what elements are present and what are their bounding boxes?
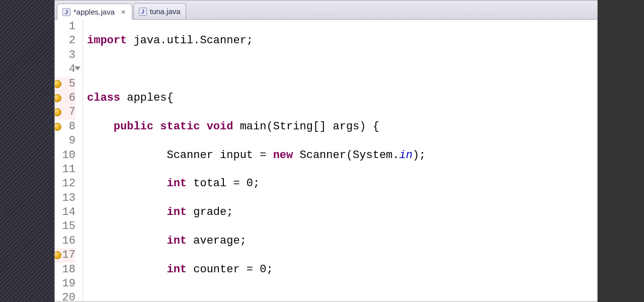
line-number[interactable]: 14 xyxy=(55,205,75,219)
tab-bar: J *apples.java ✕ J tuna.java xyxy=(55,1,597,20)
code-line[interactable]: Scanner input = new Scanner(System.in); xyxy=(87,148,597,163)
code-line[interactable]: class apples{ xyxy=(87,91,597,105)
code-line[interactable]: int grade; xyxy=(87,205,597,219)
java-file-icon: J xyxy=(62,8,70,16)
line-number[interactable]: 3 xyxy=(55,48,75,62)
line-number[interactable]: 1 xyxy=(55,20,75,34)
left-panel-strip xyxy=(0,0,54,302)
line-number[interactable]: 8 xyxy=(55,120,75,134)
line-number[interactable]: 11 xyxy=(55,163,75,177)
line-number-gutter[interactable]: 1 2 3 4 5 6 7 8 9 10 11 12 13 14 15 16 1… xyxy=(55,20,83,301)
line-number[interactable]: 10 xyxy=(55,148,75,163)
code-line[interactable]: int counter = 0; xyxy=(87,263,597,277)
line-number[interactable]: 13 xyxy=(55,191,75,205)
line-number[interactable]: 18 xyxy=(55,263,75,277)
line-number[interactable]: 9 xyxy=(55,134,75,148)
tab-label: *apples.java xyxy=(73,8,115,16)
line-number[interactable]: 12 xyxy=(55,177,75,191)
tab-tuna-java[interactable]: J tuna.java xyxy=(133,3,186,19)
line-number[interactable]: 7 xyxy=(55,105,75,119)
line-number[interactable]: 19 xyxy=(55,277,75,291)
line-number[interactable]: 2 xyxy=(55,34,75,48)
line-number[interactable]: 15 xyxy=(55,219,75,234)
tab-apples-java[interactable]: J *apples.java ✕ xyxy=(57,4,132,20)
java-file-icon: J xyxy=(139,8,147,16)
code-content[interactable]: import java.util.Scanner; class apples{ … xyxy=(83,20,597,301)
code-line[interactable] xyxy=(87,291,597,301)
line-number[interactable]: 4 xyxy=(55,62,75,77)
code-line[interactable]: int average; xyxy=(87,234,597,248)
code-line[interactable]: import java.util.Scanner; xyxy=(87,34,597,48)
code-line[interactable]: int total = 0; xyxy=(87,177,597,191)
line-number[interactable]: 16 xyxy=(55,234,75,248)
editor-window: J *apples.java ✕ J tuna.java 1 2 3 4 5 6… xyxy=(54,0,598,302)
editor-area[interactable]: 1 2 3 4 5 6 7 8 9 10 11 12 13 14 15 16 1… xyxy=(55,20,597,301)
code-line[interactable]: public static void main(String[] args) { xyxy=(87,120,597,134)
line-number[interactable]: 17 xyxy=(55,248,75,262)
close-icon[interactable]: ✕ xyxy=(120,9,127,16)
line-number[interactable]: 5 xyxy=(55,77,75,91)
code-line[interactable] xyxy=(87,62,597,77)
line-number[interactable]: 20 xyxy=(55,291,75,301)
line-number[interactable]: 6 xyxy=(55,91,75,105)
tab-label: tuna.java xyxy=(150,7,181,16)
